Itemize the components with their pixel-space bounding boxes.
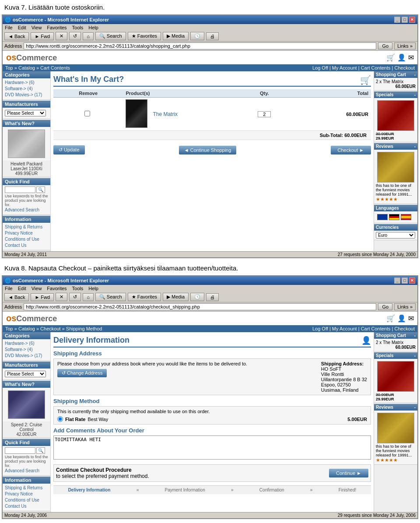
quick-find-btn-2[interactable]: 🔍 — [36, 447, 45, 454]
whats-new-product-link-1[interactable]: Hewlett Packard LaserJet 1100Xi 499.99EU… — [10, 161, 42, 176]
menu-edit[interactable]: Edit — [18, 25, 26, 30]
maximize-button[interactable]: □ — [402, 17, 408, 23]
logoff-link-2[interactable]: Log Off — [312, 326, 328, 331]
quick-find-btn-1[interactable]: 🔍 — [36, 186, 45, 193]
menu-file[interactable]: File — [5, 25, 13, 30]
menu-view-2[interactable]: View — [32, 286, 42, 291]
advanced-search-link-2[interactable]: Advanced Search — [5, 468, 48, 474]
myaccount-link-1[interactable]: My Account — [332, 65, 357, 70]
checkout-button-1[interactable]: Checkout — [331, 146, 371, 154]
print-button[interactable]: 🖨 — [206, 32, 219, 40]
checkout-link-1[interactable]: Checkout — [395, 65, 415, 70]
currency-select-1[interactable]: Euro — [376, 232, 415, 239]
quick-find-input-2[interactable] — [5, 447, 35, 454]
home-button-2[interactable]: ⌂ — [83, 293, 94, 301]
advanced-search-link-1[interactable]: Advanced Search — [5, 207, 48, 213]
category-dvd-2[interactable]: DVD Movies-> (17) — [5, 353, 48, 359]
quick-find-input-1[interactable] — [5, 186, 35, 193]
menu-help-2[interactable]: Help — [88, 286, 98, 291]
category-hardware-2[interactable]: Hardware-> (6) — [5, 340, 48, 347]
info-conditions-2[interactable]: Conditions of Use — [5, 497, 48, 503]
links-button-2[interactable]: Links » — [394, 303, 416, 310]
media-button[interactable]: ▶ Media — [163, 32, 189, 40]
menu-favorites-2[interactable]: Favorites — [47, 286, 66, 291]
continue-checkout-button[interactable]: Continue ► — [329, 469, 368, 477]
go-button-2[interactable]: Go — [378, 303, 392, 310]
minimize-button[interactable]: _ — [394, 17, 400, 23]
history-button-2[interactable]: 🕓 — [190, 293, 204, 301]
minimize-button-2[interactable]: _ — [394, 277, 400, 284]
home-button[interactable]: ⌂ — [83, 32, 94, 40]
comments-textarea[interactable]: TOIMITTAKAA HETI — [53, 435, 371, 460]
info-contact-2[interactable]: Contact Us — [5, 503, 48, 509]
history-button[interactable]: 🕓 — [190, 32, 204, 40]
category-software-1[interactable]: Software-> (4) — [5, 86, 48, 92]
progress-step-2[interactable]: Payment Information — [164, 488, 205, 492]
forward-button[interactable]: ► Fwd — [31, 32, 54, 40]
back-button-2[interactable]: ◄ Back — [4, 293, 29, 301]
menu-edit-2[interactable]: Edit — [18, 286, 26, 291]
progress-step-3[interactable]: Confirmation — [259, 488, 284, 492]
continue-shopping-button-1[interactable]: Continue Shopping — [179, 146, 237, 154]
flag-uk-1[interactable] — [377, 214, 388, 220]
links-button-1[interactable]: Links » — [394, 42, 416, 49]
stop-button[interactable]: ✕ — [56, 32, 67, 40]
flat-rate-radio[interactable] — [57, 416, 63, 422]
search-button[interactable]: 🔍 Search — [95, 32, 126, 40]
category-dvd-1[interactable]: DVD Movies-> (17) — [5, 92, 48, 98]
media-button-2[interactable]: ▶ Media — [163, 293, 189, 301]
flag-de-1[interactable] — [389, 214, 399, 220]
menu-favorites[interactable]: Favorites — [47, 25, 66, 30]
category-hardware-1[interactable]: Hardware-> (6) — [5, 80, 48, 86]
remove-checkbox-0[interactable] — [84, 111, 90, 116]
cartcontents-link-2[interactable]: Cart Contents — [361, 326, 391, 331]
category-software-2[interactable]: Software-> (4) — [5, 347, 48, 353]
info-privacy-2[interactable]: Privacy Notice — [5, 491, 48, 497]
forward-button-2[interactable]: ► Fwd — [31, 293, 54, 301]
qty-input-0[interactable] — [258, 111, 271, 117]
manufacturers-select-2[interactable]: Please Select — [5, 371, 46, 377]
favorites-button[interactable]: ★ Favorites — [128, 32, 161, 40]
close-button-2[interactable]: ✕ — [409, 277, 415, 284]
logoff-link-1[interactable]: Log Off — [312, 65, 328, 70]
maximize-button-2[interactable]: □ — [402, 277, 408, 284]
change-address-button[interactable]: ↺ Change Address — [57, 369, 107, 377]
info-shipping-2[interactable]: Shipping & Returns — [5, 485, 48, 491]
close-button[interactable]: ✕ — [409, 17, 415, 23]
stop-button-2[interactable]: ✕ — [56, 293, 67, 301]
search-button-2[interactable]: 🔍 Search — [95, 293, 126, 301]
info-conditions-1[interactable]: Conditions of Use — [5, 236, 48, 242]
refresh-button-2[interactable]: ↺ — [69, 293, 81, 301]
info-privacy-1[interactable]: Privacy Notice — [5, 230, 48, 236]
back-button[interactable]: ◄ Back — [4, 32, 29, 40]
product-link-0[interactable]: The Matrix — [153, 111, 178, 117]
menu-tools[interactable]: Tools — [72, 25, 84, 30]
address-input-2[interactable] — [24, 303, 376, 310]
cart-toggle-2[interactable]: - — [414, 333, 416, 338]
reviews-toggle-1[interactable]: - — [414, 144, 416, 149]
info-shipping-1[interactable]: Shipping & Returns — [5, 224, 48, 230]
checkout-link-2[interactable]: Checkout — [395, 326, 415, 331]
myaccount-link-2[interactable]: My Account — [332, 326, 357, 331]
progress-step-4[interactable]: Finished! — [339, 488, 357, 492]
update-button-1[interactable]: ↺ Update — [53, 145, 85, 154]
favorites-button-2[interactable]: ★ Favorites — [128, 293, 161, 301]
menu-view[interactable]: View — [32, 25, 42, 30]
manufacturers-select-1[interactable]: Please Select — [5, 110, 46, 116]
cartcontents-link-1[interactable]: Cart Contents — [361, 65, 391, 70]
whats-new-product-link-2[interactable]: Speed 2: Cruise Control 42.00EUR — [11, 422, 42, 437]
menu-tools-2[interactable]: Tools — [72, 286, 84, 291]
progress-step-1[interactable]: Delivery Information — [68, 488, 111, 492]
info-contact-1[interactable]: Contact Us — [5, 242, 48, 249]
print-button-2[interactable]: 🖨 — [206, 293, 219, 301]
cart-toggle-1[interactable]: - — [414, 72, 416, 77]
specials-toggle-1[interactable]: - — [414, 92, 416, 97]
menu-help[interactable]: Help — [88, 25, 98, 30]
menu-file-2[interactable]: File — [5, 286, 13, 291]
reviews-toggle-2[interactable]: - — [414, 405, 416, 410]
specials-toggle-2[interactable]: - — [414, 353, 416, 358]
address-input-1[interactable] — [24, 42, 376, 49]
refresh-button[interactable]: ↺ — [69, 32, 81, 40]
flag-es-1[interactable] — [401, 214, 411, 220]
go-button-1[interactable]: Go — [378, 42, 392, 49]
